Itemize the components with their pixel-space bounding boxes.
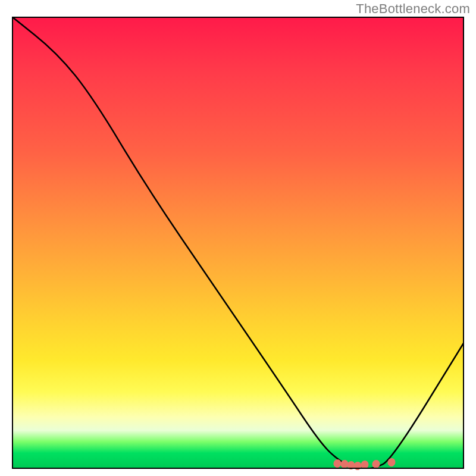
data-markers bbox=[12, 17, 464, 469]
plot-area bbox=[12, 17, 464, 469]
data-marker bbox=[359, 459, 369, 469]
attribution-text: TheBottleneck.com bbox=[356, 1, 470, 17]
chart-root: TheBottleneck.com bbox=[0, 0, 476, 476]
data-marker bbox=[387, 458, 397, 468]
data-marker bbox=[371, 459, 381, 469]
